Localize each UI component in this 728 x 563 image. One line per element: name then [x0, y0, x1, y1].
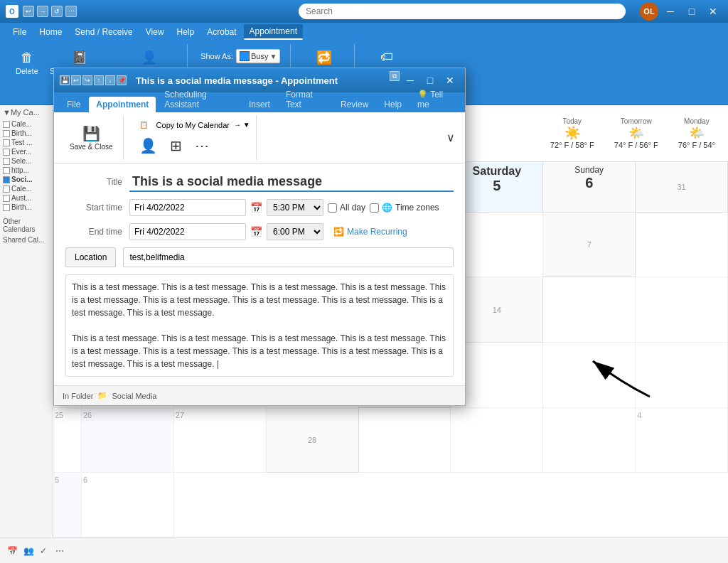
cal-checkbox-3[interactable]: [3, 149, 10, 156]
bottom-bar: 📅 👥 ✓ ⋯: [0, 537, 728, 563]
cal-label-0: Cale...: [11, 120, 32, 128]
cal-cell[interactable]: [451, 408, 543, 473]
delete-icon: 🗑: [21, 50, 33, 65]
copy-dropdown-icon[interactable]: → ▼: [234, 121, 250, 129]
cal-cell[interactable]: 27: [174, 408, 267, 473]
tab-file[interactable]: File: [60, 97, 87, 112]
user-avatar[interactable]: OL: [640, 2, 658, 21]
other-cals-section[interactable]: Other Calendars: [3, 218, 50, 233]
tab-help[interactable]: Help: [377, 97, 409, 112]
end-time-select[interactable]: 6:00 PM: [267, 223, 323, 240]
expand-ribbon-btn[interactable]: ∨: [442, 129, 459, 146]
location-row: Location: [65, 247, 454, 267]
body-text: This is a test message. This is a test m…: [72, 282, 446, 369]
cal-checkbox-7[interactable]: [3, 186, 10, 193]
cal-cell[interactable]: [543, 277, 636, 343]
recurrence-icon: 🔁: [316, 50, 332, 65]
cal-checkbox-8[interactable]: [3, 195, 10, 202]
maximize-button[interactable]: □: [682, 2, 701, 21]
cal-checkbox-9[interactable]: [3, 204, 10, 211]
menu-acrobat[interactable]: Acrobat: [201, 25, 242, 39]
dialog-detach-btn[interactable]: ⧉: [390, 71, 400, 81]
dialog-pin-btn[interactable]: 📌: [117, 75, 127, 85]
cal-cell[interactable]: 25: [53, 408, 82, 473]
list-item: Sele...: [3, 156, 50, 166]
dialog-undo-btn[interactable]: ↩: [71, 75, 81, 85]
cal-checkbox-2[interactable]: [3, 139, 10, 146]
tab-tell-me[interactable]: 💡 Tell me: [410, 87, 459, 112]
cal-checkbox-0[interactable]: [3, 121, 10, 128]
menu-appointment[interactable]: Appointment: [244, 24, 303, 40]
show-as-dropdown-icon[interactable]: ▼: [269, 53, 277, 60]
all-day-label: All day: [340, 203, 365, 213]
dialog-redo-btn[interactable]: ↪: [82, 75, 92, 85]
menu-view[interactable]: View: [140, 25, 170, 39]
delete-button[interactable]: 🗑 Delete: [11, 48, 43, 78]
grid-button[interactable]: ⊞: [166, 135, 186, 156]
more-button[interactable]: ⋯: [191, 135, 213, 156]
week-label-2: 7: [543, 213, 636, 277]
appointment-dialog-overlay: 💾 ↩ ↪ ↑ ↓ 📌 This is a social media messa…: [53, 68, 466, 406]
menu-file[interactable]: File: [7, 25, 32, 39]
dialog-up-btn[interactable]: ↑: [94, 75, 104, 85]
shared-cals-section[interactable]: Shared Cal...: [3, 236, 50, 244]
location-button[interactable]: Location: [65, 247, 116, 267]
undo-button[interactable]: ↺: [51, 6, 63, 17]
back-button[interactable]: ↩: [23, 6, 34, 17]
cal-cell[interactable]: [543, 343, 636, 408]
cal-checkbox-5[interactable]: [3, 167, 10, 174]
cal-cell[interactable]: [636, 277, 728, 343]
cal-checkbox-4[interactable]: [3, 158, 10, 165]
dialog-down-btn[interactable]: ↓: [105, 75, 115, 85]
save-close-button[interactable]: 💾 Save & Close: [65, 123, 117, 153]
bottom-status: 📅: [7, 546, 18, 556]
cal-cell[interactable]: 4: [636, 408, 728, 473]
tab-format-text[interactable]: Format Text: [279, 87, 332, 112]
title-input[interactable]: [129, 172, 454, 192]
cal-cell[interactable]: [636, 343, 728, 408]
tab-scheduling[interactable]: Scheduling Assistant: [157, 87, 240, 112]
dialog-save-icon[interactable]: 💾: [60, 75, 70, 85]
menu-home[interactable]: Home: [33, 25, 68, 39]
end-datetime-group: 📅 6:00 PM 🔁 Make Recurring: [129, 223, 407, 240]
contacts-button[interactable]: 👤: [135, 135, 161, 156]
message-body[interactable]: This is a test message. This is a test m…: [65, 274, 454, 377]
start-time-select[interactable]: 5:30 PM: [267, 199, 323, 216]
copy-to-calendar-button[interactable]: 📋: [135, 119, 152, 131]
dialog-title-bar: 💾 ↩ ↪ ↑ ↓ 📌 This is a social media messa…: [54, 68, 465, 92]
cal-checkbox-1[interactable]: [3, 130, 10, 137]
start-date-input[interactable]: [129, 199, 246, 216]
make-recurring-button[interactable]: 🔁 Make Recurring: [333, 227, 407, 237]
bottom-people: 👥: [23, 546, 34, 556]
cal-cell[interactable]: [359, 408, 451, 473]
cal-checkbox-6[interactable]: [3, 176, 10, 183]
all-day-checkbox[interactable]: [328, 203, 337, 213]
quick-access-btn[interactable]: ⋯: [65, 6, 77, 17]
title-row: Title: [65, 172, 454, 192]
tab-appointment[interactable]: Appointment: [89, 97, 156, 112]
forward-button[interactable]: →: [37, 6, 48, 17]
cal-cell[interactable]: [636, 213, 728, 277]
close-button[interactable]: ✕: [704, 2, 722, 21]
list-item: Ever...: [3, 147, 50, 156]
end-calendar-icon[interactable]: 📅: [250, 226, 262, 237]
cal-cell-saturday-5[interactable]: 5: [53, 473, 82, 537]
tab-review[interactable]: Review: [333, 97, 375, 112]
menu-send-receive[interactable]: Send / Receive: [69, 25, 138, 39]
start-calendar-icon[interactable]: 📅: [250, 202, 262, 213]
menu-help[interactable]: Help: [171, 25, 200, 39]
weather-tomorrow-icon: 🌤️: [628, 125, 644, 141]
cal-label-5: http...: [11, 166, 29, 174]
location-input[interactable]: [123, 247, 454, 267]
tab-insert[interactable]: Insert: [242, 97, 277, 112]
collapse-my-cals[interactable]: ▼ My Ca...: [3, 108, 50, 117]
end-date-input[interactable]: [129, 223, 246, 240]
minimize-button[interactable]: ─: [661, 2, 680, 21]
outlook-icon: O: [6, 5, 18, 18]
search-input[interactable]: [299, 4, 626, 19]
cal-cell[interactable]: 6: [82, 473, 174, 537]
cal-cell-saturday-4[interactable]: 26: [82, 408, 174, 473]
bottom-more[interactable]: ⋯: [55, 546, 64, 556]
cal-cell[interactable]: [543, 408, 636, 473]
time-zones-checkbox[interactable]: [370, 203, 379, 213]
